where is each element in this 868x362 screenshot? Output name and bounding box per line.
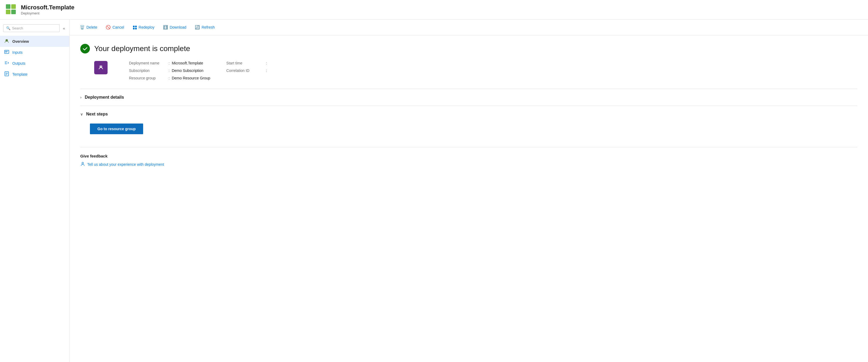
svg-rect-17 <box>133 28 134 29</box>
sidebar-item-inputs[interactable]: Inputs <box>0 47 69 58</box>
svg-rect-1 <box>11 4 16 9</box>
nav-items: Overview Inputs <box>0 36 69 80</box>
svg-point-21 <box>82 162 84 164</box>
overview-icon <box>4 38 9 44</box>
subscription-row: Subscription : Demo Subscription <box>129 68 210 73</box>
search-input[interactable] <box>12 26 57 30</box>
sidebar-item-outputs-label: Outputs <box>12 61 25 66</box>
sidebar-item-overview[interactable]: Overview <box>0 36 69 47</box>
svg-rect-2 <box>6 10 10 14</box>
start-time-label: Start time <box>226 61 264 65</box>
correlation-id-label: Correlation ID <box>226 68 264 73</box>
start-time-row: Start time : <box>226 61 269 65</box>
deployment-fields-left: Deployment name : Microsoft.Template Sub… <box>129 61 210 80</box>
svg-rect-0 <box>6 4 10 9</box>
inputs-icon <box>4 50 9 55</box>
next-steps-chevron: ∨ <box>80 112 83 116</box>
refresh-button[interactable]: 🔄 Refresh <box>191 23 218 32</box>
app-container: Microsoft.Template Deployment 🔍 « <box>0 0 868 362</box>
feedback-title: Give feedback <box>80 154 857 158</box>
main-layout: 🔍 « Overview <box>0 20 868 362</box>
cancel-icon: 🚫 <box>106 25 111 30</box>
header-text: Microsoft.Template Deployment <box>21 4 74 15</box>
search-input-wrapper[interactable]: 🔍 <box>3 24 60 32</box>
sidebar-item-outputs[interactable]: Outputs <box>0 58 69 69</box>
svg-rect-6 <box>5 51 8 52</box>
feedback-section: Give feedback Tell us about your experie… <box>80 147 857 167</box>
redeploy-icon <box>133 25 137 30</box>
deployment-fields-right: Start time : Correlation ID : <box>226 61 269 80</box>
header-title: Microsoft.Template <box>21 4 74 11</box>
sidebar: 🔍 « Overview <box>0 20 69 362</box>
success-check-icon <box>80 44 90 54</box>
deployment-resource-icon <box>94 61 107 74</box>
deployment-name-value: Microsoft.Template <box>172 61 203 65</box>
download-icon: ⬇️ <box>163 25 168 30</box>
main-content: Your deployment is complete Deployment n <box>69 35 868 362</box>
go-to-resource-group-button[interactable]: Go to resource group <box>90 124 143 134</box>
collapse-button[interactable]: « <box>62 25 66 32</box>
resource-group-value: Demo Resource Group <box>172 76 210 80</box>
deployment-complete-banner: Your deployment is complete <box>80 44 857 54</box>
deployment-details-title: Deployment details <box>85 95 124 100</box>
cancel-button[interactable]: 🚫 Cancel <box>102 23 128 32</box>
delete-button[interactable]: 🗑️ Delete <box>76 23 101 32</box>
deployment-details-header[interactable]: › Deployment details <box>80 91 857 103</box>
next-steps-section: ∨ Next steps Go to resource group <box>80 108 857 137</box>
app-logo <box>5 4 17 15</box>
svg-rect-15 <box>133 26 134 27</box>
subscription-value: Demo Subscription <box>172 68 204 73</box>
deployment-name-label: Deployment name <box>129 61 166 65</box>
svg-rect-7 <box>5 52 7 53</box>
svg-rect-3 <box>11 10 16 14</box>
feedback-link[interactable]: Tell us about your experience with deplo… <box>80 162 857 167</box>
toolbar: 🗑️ Delete 🚫 Cancel <box>69 20 868 35</box>
redeploy-button[interactable]: Redeploy <box>129 23 158 32</box>
deployment-complete-title: Your deployment is complete <box>94 44 190 53</box>
svg-rect-16 <box>135 26 137 27</box>
deployment-name-row: Deployment name : Microsoft.Template <box>129 61 210 65</box>
content-area: 🗑️ Delete 🚫 Cancel <box>69 20 868 362</box>
next-steps-content: Go to resource group <box>80 120 857 137</box>
sidebar-item-overview-label: Overview <box>12 39 29 43</box>
search-icon: 🔍 <box>6 26 10 30</box>
refresh-icon: 🔄 <box>195 25 200 30</box>
next-steps-header[interactable]: ∨ Next steps <box>80 108 857 120</box>
svg-rect-18 <box>135 28 137 29</box>
template-icon <box>4 71 9 77</box>
resource-group-row: Resource group : Demo Resource Group <box>129 76 210 80</box>
outputs-icon <box>4 60 9 66</box>
sidebar-item-template-label: Template <box>12 72 28 76</box>
search-container: 🔍 « <box>0 22 69 34</box>
deployment-info: Deployment name : Microsoft.Template Sub… <box>94 61 857 80</box>
header-subtitle: Deployment <box>21 11 74 15</box>
feedback-link-text: Tell us about your experience with deplo… <box>87 162 164 167</box>
delete-icon: 🗑️ <box>80 25 85 30</box>
sidebar-item-inputs-label: Inputs <box>12 50 23 55</box>
deployment-details-chevron: › <box>80 95 82 99</box>
resource-group-label: Resource group <box>129 76 166 80</box>
correlation-id-row: Correlation ID : <box>226 68 269 73</box>
next-steps-title: Next steps <box>86 112 108 117</box>
subscription-label: Subscription <box>129 68 166 73</box>
download-button[interactable]: ⬇️ Download <box>159 23 190 32</box>
header: Microsoft.Template Deployment <box>0 0 868 20</box>
feedback-person-icon <box>80 162 85 167</box>
deployment-details-section: › Deployment details <box>80 91 857 103</box>
sidebar-item-template[interactable]: Template <box>0 69 69 80</box>
